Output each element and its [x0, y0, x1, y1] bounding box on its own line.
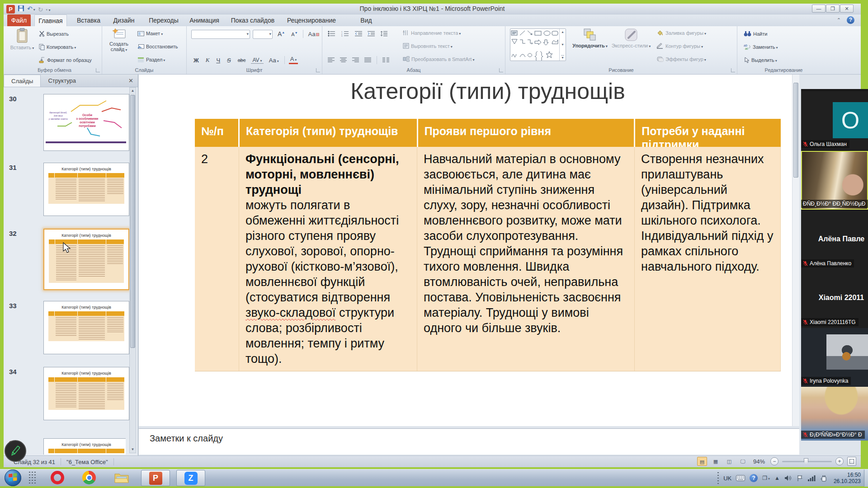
zoom-slider-thumb[interactable] [804, 458, 808, 465]
fit-to-window-button[interactable] [847, 457, 856, 466]
tab-design[interactable]: Дизайн [110, 14, 137, 26]
thumbnails-scrollbar[interactable]: ▲ ▼ [129, 87, 136, 453]
cut-button[interactable]: Вырезать [39, 31, 69, 37]
panel-close-icon[interactable]: ✕ [124, 75, 138, 87]
format-painter-button[interactable]: Формат по образцу [39, 57, 92, 63]
normal-view-button[interactable]: ▤ [697, 457, 707, 466]
font-name-combo[interactable] [191, 30, 250, 39]
reset-slide-button[interactable]: Восстановить [137, 44, 178, 49]
change-case-button[interactable]: Аа [268, 57, 280, 64]
underline-button[interactable]: Ч [215, 57, 222, 64]
slideshow-view-button[interactable]: 🖵 [738, 457, 748, 466]
help-icon[interactable]: ? [847, 16, 854, 24]
bullets-icon[interactable] [328, 31, 336, 37]
slide-sorter-view-button[interactable]: ▦ [711, 457, 721, 466]
reading-view-button[interactable]: ◫ [724, 457, 734, 466]
find-button[interactable]: Найти [744, 31, 767, 37]
shape-fill-button[interactable]: Заливка фигуры [656, 30, 706, 36]
slide-thumbnail-32-selected[interactable]: 32 Категорії (типи) труднощів [4, 229, 126, 291]
editor-scrollbar[interactable] [792, 75, 799, 426]
action-center-flag-icon[interactable] [797, 475, 803, 482]
section-button[interactable]: Раздел [137, 57, 165, 62]
collapse-ribbon-icon[interactable]: ⌃ [837, 17, 841, 23]
close-button[interactable]: ✕ [840, 5, 854, 13]
tab-file[interactable]: Файл [7, 14, 31, 26]
scroll-up-icon[interactable]: ▲ [130, 88, 136, 94]
italic-button[interactable]: К [204, 56, 211, 64]
zoom-in-button[interactable]: + [835, 457, 844, 465]
tab-view[interactable]: Вид [355, 14, 377, 26]
shapes-gallery[interactable]: ▲▼▼ [510, 28, 566, 61]
tab-home[interactable]: Главная [34, 14, 67, 26]
align-left-icon[interactable] [328, 57, 335, 63]
zoom-slider[interactable] [782, 461, 832, 462]
scroll-down-icon[interactable]: ▼ [130, 446, 136, 453]
arrange-button[interactable]: Упорядочить [571, 28, 609, 49]
restore-button[interactable]: ❐ [826, 5, 840, 13]
tab-slides-thumbnails[interactable]: Слайды [4, 75, 41, 87]
columns-icon[interactable] [382, 57, 389, 63]
annotation-tool-badge[interactable] [5, 440, 26, 462]
participant-tile[interactable]: O Ольга Шахман [801, 91, 868, 150]
opera-icon[interactable] [51, 471, 64, 484]
participant-tile[interactable]: Iryna Polovynka [801, 328, 868, 387]
participant-tile[interactable]: Xiaomi 22011 Xiaomi 2201116TG [801, 269, 868, 328]
participant-tile[interactable]: Алёна Павле Алёна Павленко [801, 211, 868, 269]
select-button[interactable]: Выделить [744, 57, 777, 63]
text-shadow-button[interactable]: abc [236, 57, 247, 63]
slide-editor[interactable]: Категорії (типи) труднощів №/п Категорія… [139, 75, 799, 426]
tab-transitions[interactable]: Переходы [147, 14, 180, 26]
slide-title[interactable]: Категорії (типи) труднощів [195, 78, 781, 104]
clear-formatting-button[interactable]: Аа [307, 31, 321, 38]
participant-tile-active-speaker[interactable]: ÐÑÐ¸Ð½Ð° ÐÐ¸ÑÐ½ÐµÐ [801, 151, 868, 210]
grow-font-button[interactable]: А▲ [276, 30, 286, 38]
power-plug-icon[interactable] [820, 475, 827, 482]
justify-icon[interactable] [364, 57, 371, 63]
tray-window-icon[interactable]: ❐ [762, 475, 770, 481]
zoom-out-button[interactable]: − [770, 457, 778, 465]
show-desktop-button[interactable] [864, 469, 868, 487]
slide-thumbnail-34[interactable]: 34 Категорії (типи) труднощів [4, 367, 126, 421]
taskbar-powerpoint-button[interactable]: P [141, 470, 170, 486]
network-icon[interactable] [808, 475, 816, 481]
paste-button[interactable]: Вставить [8, 28, 36, 51]
copy-button[interactable]: Копировать [39, 44, 76, 50]
paragraph-dialog-launcher-icon[interactable] [499, 68, 503, 72]
tab-slideshow[interactable]: Показ слайдов [229, 14, 277, 26]
participant-tile[interactable]: Ð¡Ð²ÑÑÐ»Ð°Ð½Ð° Ð [801, 387, 868, 441]
character-spacing-button[interactable]: AV [251, 57, 263, 64]
slide-thumbnail-33[interactable]: 33 Категорії (типи) труднощів [4, 301, 126, 355]
convert-smartart-button[interactable]: Преобразовать в SmartArt [403, 56, 474, 62]
strikethrough-button[interactable]: S [226, 57, 232, 64]
replace-button[interactable]: ab ac Заменить [744, 44, 778, 50]
tray-help-icon[interactable]: ? [750, 474, 758, 482]
text-direction-button[interactable]: A Направление текста [403, 30, 461, 36]
tab-review[interactable]: Рецензирование [285, 14, 338, 26]
tab-outline[interactable]: Структура [41, 75, 83, 87]
align-right-icon[interactable] [352, 57, 359, 63]
minimize-button[interactable]: — [812, 5, 826, 13]
numbering-icon[interactable]: 123 [341, 31, 349, 37]
shapes-scrollbar[interactable]: ▲▼▼ [559, 29, 566, 61]
start-button[interactable] [5, 469, 21, 486]
layout-button[interactable]: Макет [137, 31, 163, 36]
font-dialog-launcher-icon[interactable] [316, 68, 320, 72]
hidden-icons-arrow[interactable]: ▲ [774, 475, 780, 481]
drawing-dialog-launcher-icon[interactable] [731, 68, 735, 72]
slide-thumbnail-30[interactable]: 30 Особиз особливимиосвітнімипотребами К [4, 94, 126, 152]
language-indicator[interactable]: UK [723, 475, 731, 482]
clock[interactable]: 16:50 26.10.2023 [834, 472, 861, 484]
keyboard-icon[interactable] [736, 475, 745, 481]
clipboard-dialog-launcher-icon[interactable] [96, 68, 100, 72]
shape-effects-button[interactable]: Эффекты фигур [656, 56, 706, 62]
font-size-combo[interactable] [253, 30, 273, 39]
chrome-icon[interactable] [82, 471, 96, 484]
tab-animations[interactable]: Анимация [188, 14, 221, 26]
decrease-indent-icon[interactable] [355, 31, 362, 37]
shape-outline-button[interactable]: Контур фигуры [656, 43, 703, 49]
slide-table[interactable]: №/п Категорія (типи) труднощів Прояви пе… [195, 119, 781, 371]
volume-icon[interactable] [784, 475, 792, 481]
folder-icon[interactable] [114, 471, 129, 486]
notes-pane[interactable]: Заметки к слайду [139, 428, 799, 455]
quick-styles-button[interactable]: Экспресс-стили [610, 28, 652, 49]
